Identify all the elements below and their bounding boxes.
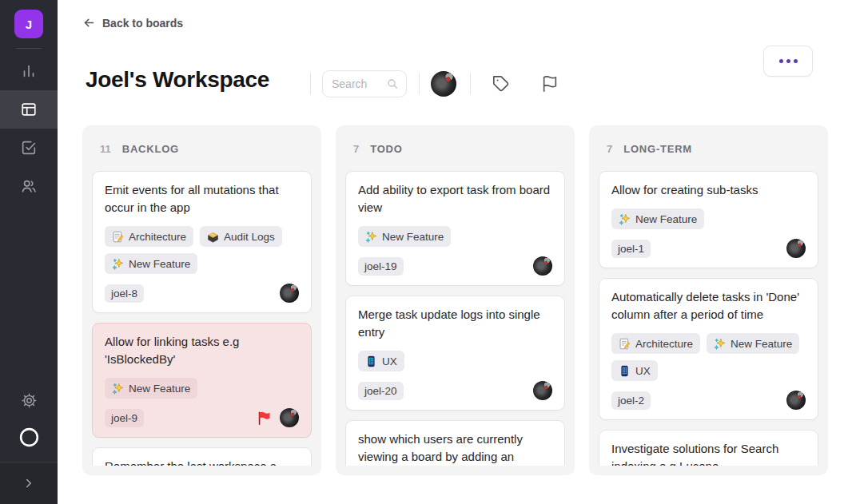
sidebar: J xyxy=(0,0,58,504)
sidebar-item-account[interactable] xyxy=(0,419,58,455)
label-chip: New Feature xyxy=(611,208,704,229)
sidebar-item-settings[interactable] xyxy=(0,382,58,419)
task-card[interactable]: Remember the last workspace a user xyxy=(92,447,312,466)
board-column: 7LONG-TERMAllow for creating sub-tasksNe… xyxy=(589,125,828,475)
card-footer: joel-8 xyxy=(105,284,299,303)
sidebar-item-members[interactable] xyxy=(0,167,58,205)
search-box xyxy=(322,70,407,97)
label-chip: UX xyxy=(358,351,404,371)
ellipsis-icon xyxy=(779,59,783,63)
search-icon xyxy=(386,77,399,90)
task-card[interactable]: Allow for linking tasks e.g 'IsBlockedBy… xyxy=(92,323,312,438)
column-header: 11BACKLOG xyxy=(92,135,312,155)
card-title: Remember the last workspace a user xyxy=(105,458,299,466)
task-card[interactable]: Add ability to export task from board vi… xyxy=(345,171,565,286)
sidebar-expand-button[interactable] xyxy=(0,462,58,504)
card-labels: New Feature xyxy=(358,226,552,247)
header-divider xyxy=(470,73,471,94)
assignee-avatar xyxy=(786,391,806,410)
card-footer-right xyxy=(280,284,299,303)
sidebar-bottom xyxy=(0,382,58,504)
user-avatar[interactable] xyxy=(431,71,456,97)
card-footer-right xyxy=(533,256,552,276)
app-window: J Back to boards Joel's Workspace 11BACK… xyxy=(0,0,852,504)
task-id-badge: joel-8 xyxy=(105,284,144,303)
task-card[interactable]: Investigate solutions for Search indexin… xyxy=(599,430,818,466)
sparkles-icon xyxy=(365,231,377,243)
card-title: Automatically delete tasks in 'Done' col… xyxy=(611,288,806,323)
card-labels: ArchitectureAudit LogsNew Feature xyxy=(105,226,299,274)
task-id-badge: joel-9 xyxy=(105,409,144,427)
assignee-avatar xyxy=(786,239,806,258)
task-card[interactable]: Merge task update logs into single entry… xyxy=(345,296,565,411)
back-to-boards-link[interactable]: Back to boards xyxy=(82,16,183,30)
tag-icon xyxy=(492,75,510,93)
column-cards: Add ability to export task from board vi… xyxy=(345,171,565,466)
column-title: TODO xyxy=(370,143,402,155)
label-chip: New Feature xyxy=(358,226,451,247)
task-id-badge: joel-19 xyxy=(358,257,404,276)
column-title: BACKLOG xyxy=(122,143,179,155)
more-options-button[interactable] xyxy=(763,46,813,77)
flag-icon xyxy=(541,75,559,93)
card-title: Allow for creating sub-tasks xyxy=(611,181,806,199)
assignee-avatar xyxy=(533,381,552,400)
workspace-logo[interactable]: J xyxy=(14,10,43,38)
flag-filter-button[interactable] xyxy=(541,75,559,96)
task-id-badge: joel-2 xyxy=(611,391,651,410)
column-title: LONG-TERM xyxy=(623,143,692,155)
task-card[interactable]: Automatically delete tasks in 'Done' col… xyxy=(599,278,818,420)
task-card[interactable]: Emit events for all mutations that occur… xyxy=(92,171,312,313)
kanban-board: 11BACKLOGEmit events for all mutations t… xyxy=(82,125,828,475)
card-footer-right xyxy=(257,408,299,427)
label-chip: Architecture xyxy=(105,226,193,247)
label-chip: New Feature xyxy=(105,378,197,399)
sparkles-icon xyxy=(619,213,631,225)
column-header: 7TODO xyxy=(345,135,565,155)
file-box-icon xyxy=(207,231,219,243)
assignee-avatar xyxy=(280,284,299,303)
task-card[interactable]: show which users are currently viewing a… xyxy=(345,420,565,466)
board-column: 11BACKLOGEmit events for all mutations t… xyxy=(82,125,321,475)
sidebar-item-analytics[interactable] xyxy=(0,52,58,90)
task-id-badge: joel-1 xyxy=(611,240,651,258)
column-count: 7 xyxy=(353,143,359,155)
card-title: Emit events for all mutations that occur… xyxy=(105,181,299,216)
chevron-right-icon xyxy=(22,476,36,490)
label-chip: UX xyxy=(611,360,658,381)
memo-icon xyxy=(619,338,631,350)
column-cards: Allow for creating sub-tasksNew Featurej… xyxy=(599,171,818,466)
search-input[interactable] xyxy=(332,77,381,90)
gear-icon xyxy=(21,392,38,409)
card-footer: joel-19 xyxy=(358,256,552,276)
task-id-badge: joel-20 xyxy=(358,382,404,400)
card-footer-right xyxy=(786,239,806,258)
column-count: 7 xyxy=(607,143,612,155)
header-divider xyxy=(419,73,420,94)
column-count: 11 xyxy=(100,143,111,155)
card-footer-right xyxy=(533,381,552,400)
header-divider xyxy=(310,73,311,94)
label-chip: Architecture xyxy=(611,333,700,354)
card-title: Allow for linking tasks e.g 'IsBlockedBy… xyxy=(105,333,299,368)
card-labels: UX xyxy=(358,351,552,371)
bar-chart-icon xyxy=(20,62,38,80)
task-card[interactable]: Allow for creating sub-tasksNew Featurej… xyxy=(599,171,818,268)
sidebar-item-boards[interactable] xyxy=(0,90,58,129)
sparkles-icon xyxy=(112,258,124,270)
avatar-circle-icon xyxy=(18,427,40,448)
card-title: Merge task update logs into single entry xyxy=(358,306,552,341)
phone-icon xyxy=(619,365,631,377)
card-title: Investigate solutions for Search indexin… xyxy=(611,440,806,466)
card-footer-right xyxy=(786,391,806,410)
sparkles-icon xyxy=(112,383,124,395)
assignee-avatar xyxy=(280,408,299,427)
card-footer: joel-1 xyxy=(611,239,806,258)
phone-icon xyxy=(365,355,377,367)
assignee-avatar xyxy=(533,256,552,276)
sidebar-item-tasks[interactable] xyxy=(0,129,58,167)
card-footer: joel-2 xyxy=(611,391,806,410)
labels-tag-button[interactable] xyxy=(492,75,510,96)
label-chip: New Feature xyxy=(105,253,197,274)
sidebar-divider xyxy=(16,48,42,49)
